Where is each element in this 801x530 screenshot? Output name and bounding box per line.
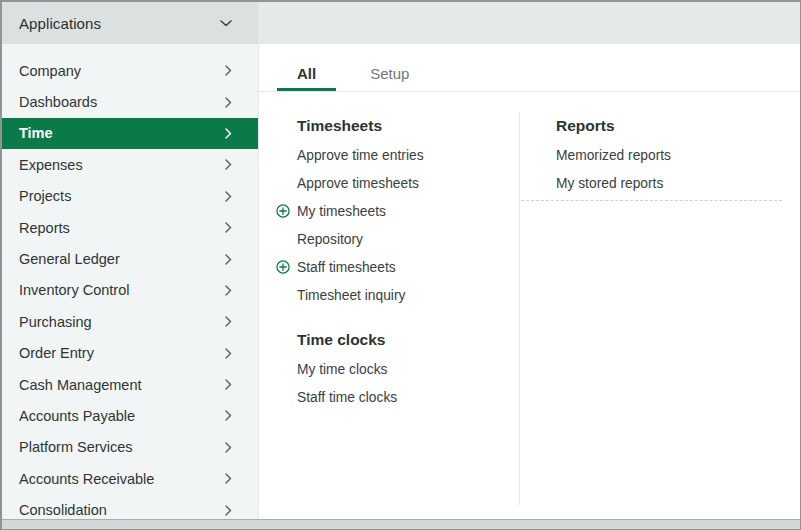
chevron-right-icon bbox=[225, 285, 232, 296]
sidebar-item-purchasing[interactable]: Purchasing bbox=[2, 306, 258, 337]
chevron-right-icon bbox=[225, 222, 232, 233]
chevron-down-icon bbox=[220, 20, 232, 27]
menu-link-label: Approve timesheets bbox=[297, 176, 419, 191]
sidebar-item-label: Reports bbox=[19, 220, 70, 236]
chevron-right-icon bbox=[225, 65, 232, 76]
sidebar-item-dashboards[interactable]: Dashboards bbox=[2, 86, 258, 117]
menu-link-my-stored-reports[interactable]: My stored reports bbox=[556, 169, 800, 197]
header-spacer bbox=[258, 2, 800, 44]
sidebar-item-order-entry[interactable]: Order Entry bbox=[2, 338, 258, 369]
sidebar-item-label: General Ledger bbox=[19, 251, 120, 267]
chevron-right-icon bbox=[225, 128, 232, 139]
chevron-right-icon bbox=[225, 97, 232, 108]
menu-link-timesheet-inquiry[interactable]: Timesheet inquiry bbox=[297, 281, 519, 309]
sidebar-item-label: Platform Services bbox=[19, 439, 133, 455]
menu-link-label: Approve time entries bbox=[297, 148, 424, 163]
sidebar-item-label: Accounts Payable bbox=[19, 408, 135, 424]
menu-group-title: Reports bbox=[556, 117, 800, 134]
chevron-right-icon bbox=[225, 442, 232, 453]
chevron-right-icon bbox=[225, 505, 232, 516]
sidebar-item-label: Purchasing bbox=[19, 314, 92, 330]
sidebar-item-label: Consolidation bbox=[19, 502, 107, 518]
menu-link-my-time-clocks[interactable]: My time clocks bbox=[297, 355, 519, 383]
plus-circle-icon[interactable] bbox=[276, 204, 290, 218]
sidebar-item-expenses[interactable]: Expenses bbox=[2, 149, 258, 180]
menu-list: Memorized reportsMy stored reports bbox=[556, 141, 800, 197]
sidebar-item-inventory-control[interactable]: Inventory Control bbox=[2, 275, 258, 306]
sidebar-item-label: Order Entry bbox=[19, 345, 94, 361]
sidebar-item-platform-services[interactable]: Platform Services bbox=[2, 432, 258, 463]
applications-menu-window: Applications CompanyDashboardsTimeExpens… bbox=[0, 0, 801, 530]
applications-menu-title: Applications bbox=[19, 15, 101, 32]
horizontal-scrollbar-track[interactable] bbox=[2, 519, 800, 529]
tab-setup[interactable]: Setup bbox=[350, 55, 429, 91]
chevron-right-icon bbox=[225, 316, 232, 327]
applications-menu-toggle[interactable]: Applications bbox=[2, 2, 258, 44]
sidebar-item-label: Projects bbox=[19, 188, 71, 204]
menu-link-staff-timesheets[interactable]: Staff timesheets bbox=[297, 253, 519, 281]
chevron-right-icon bbox=[225, 348, 232, 359]
menu-group-time-clocks: Time clocksMy time clocksStaff time cloc… bbox=[297, 331, 519, 411]
sidebar-item-general-ledger[interactable]: General Ledger bbox=[2, 243, 258, 274]
chevron-right-icon bbox=[225, 159, 232, 170]
chevron-right-icon bbox=[225, 410, 232, 421]
menu-tabbar: AllSetup bbox=[259, 44, 800, 92]
menu-link-label: My time clocks bbox=[297, 362, 387, 377]
top-header: Applications bbox=[2, 2, 800, 44]
sidebar-item-label: Company bbox=[19, 63, 81, 79]
sidebar-item-accounts-payable[interactable]: Accounts Payable bbox=[2, 400, 258, 431]
sidebar-item-label: Accounts Receivable bbox=[19, 471, 154, 487]
menu-columns: TimesheetsApprove time entriesApprove ti… bbox=[259, 92, 800, 519]
menu-link-approve-time-entries[interactable]: Approve time entries bbox=[297, 141, 519, 169]
menu-column-1: TimesheetsApprove time entriesApprove ti… bbox=[259, 92, 519, 519]
dotted-separator bbox=[521, 200, 782, 201]
chevron-right-icon bbox=[225, 191, 232, 202]
menu-link-memorized-reports[interactable]: Memorized reports bbox=[556, 141, 800, 169]
plus-circle-icon[interactable] bbox=[276, 260, 290, 274]
sidebar-item-cash-management[interactable]: Cash Management bbox=[2, 369, 258, 400]
applications-sidebar: CompanyDashboardsTimeExpensesProjectsRep… bbox=[2, 44, 258, 519]
menu-link-repository[interactable]: Repository bbox=[297, 225, 519, 253]
menu-link-staff-time-clocks[interactable]: Staff time clocks bbox=[297, 383, 519, 411]
time-menu-panel: AllSetup TimesheetsApprove time entriesA… bbox=[258, 44, 800, 519]
sidebar-item-label: Cash Management bbox=[19, 377, 142, 393]
tab-all[interactable]: All bbox=[277, 55, 336, 91]
menu-group-title: Time clocks bbox=[297, 331, 519, 348]
menu-link-label: Memorized reports bbox=[556, 148, 671, 163]
menu-link-label: Repository bbox=[297, 232, 363, 247]
menu-link-label: My timesheets bbox=[297, 204, 386, 219]
sidebar-item-company[interactable]: Company bbox=[2, 55, 258, 86]
menu-column-2: ReportsMemorized reportsMy stored report… bbox=[520, 92, 800, 519]
menu-list: My time clocksStaff time clocks bbox=[297, 355, 519, 411]
menu-link-label: Timesheet inquiry bbox=[297, 288, 405, 303]
chevron-right-icon bbox=[225, 473, 232, 484]
sidebar-item-label: Dashboards bbox=[19, 94, 97, 110]
sidebar-item-time[interactable]: Time bbox=[2, 118, 258, 149]
sidebar-item-label: Inventory Control bbox=[19, 282, 129, 298]
sidebar-item-consolidation[interactable]: Consolidation bbox=[2, 494, 258, 519]
menu-group-timesheets: TimesheetsApprove time entriesApprove ti… bbox=[297, 117, 519, 309]
sidebar-item-label: Time bbox=[19, 125, 53, 141]
menu-group-reports: ReportsMemorized reportsMy stored report… bbox=[556, 117, 800, 197]
menu-link-label: My stored reports bbox=[556, 176, 663, 191]
menu-group-title: Timesheets bbox=[297, 117, 519, 134]
menu-link-my-timesheets[interactable]: My timesheets bbox=[297, 197, 519, 225]
menu-link-approve-timesheets[interactable]: Approve timesheets bbox=[297, 169, 519, 197]
sidebar-item-accounts-receivable[interactable]: Accounts Receivable bbox=[2, 463, 258, 494]
chevron-right-icon bbox=[225, 254, 232, 265]
menu-link-label: Staff time clocks bbox=[297, 390, 397, 405]
menu-list: Approve time entriesApprove timesheetsMy… bbox=[297, 141, 519, 309]
sidebar-item-reports[interactable]: Reports bbox=[2, 212, 258, 243]
chevron-right-icon bbox=[225, 379, 232, 390]
sidebar-item-projects[interactable]: Projects bbox=[2, 181, 258, 212]
menu-link-label: Staff timesheets bbox=[297, 260, 396, 275]
sidebar-item-label: Expenses bbox=[19, 157, 83, 173]
